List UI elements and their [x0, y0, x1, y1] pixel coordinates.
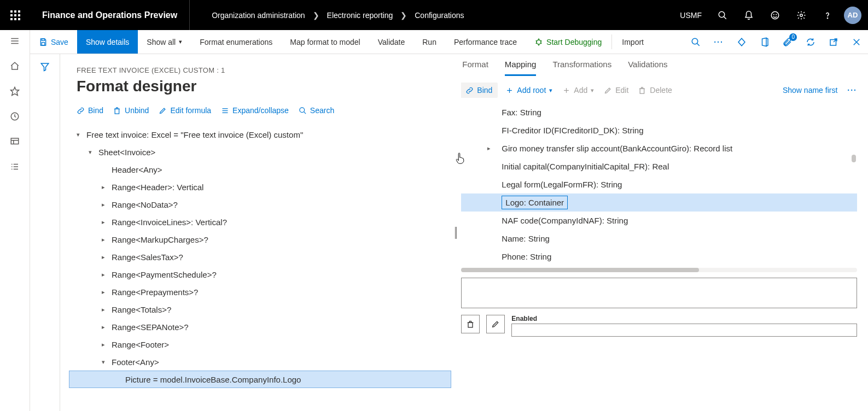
header-right: USMF AD: [672, 0, 868, 30]
chevron-right-icon: ❯: [400, 11, 407, 20]
svg-rect-0: [10, 10, 13, 13]
svg-point-12: [773, 14, 774, 15]
app-launcher-icon[interactable]: [0, 0, 30, 30]
svg-rect-7: [14, 18, 16, 20]
avatar[interactable]: AD: [844, 7, 861, 24]
top-header: Finance and Operations Preview Organizat…: [0, 0, 868, 30]
svg-rect-5: [18, 14, 20, 16]
breadcrumb-org-admin[interactable]: Organization administration: [212, 11, 305, 20]
company-label[interactable]: USMF: [672, 11, 709, 20]
svg-rect-3: [10, 14, 13, 16]
help-icon[interactable]: [814, 0, 841, 30]
bell-icon[interactable]: [736, 0, 762, 30]
svg-point-14: [800, 14, 803, 16]
search-icon[interactable]: [709, 0, 736, 30]
svg-point-15: [827, 17, 828, 18]
svg-point-9: [719, 11, 725, 17]
svg-rect-2: [18, 10, 20, 13]
svg-rect-6: [10, 18, 13, 20]
breadcrumb-er[interactable]: Electronic reporting: [327, 11, 393, 20]
app-title: Finance and Operations Preview: [30, 0, 190, 30]
smiley-icon[interactable]: [762, 0, 788, 30]
gear-icon[interactable]: [788, 0, 814, 30]
breadcrumb-configs[interactable]: Configurations: [415, 11, 464, 20]
svg-rect-8: [18, 18, 20, 20]
svg-point-13: [776, 14, 777, 15]
breadcrumbs: Organization administration ❯ Electronic…: [190, 11, 672, 20]
svg-point-11: [771, 11, 779, 19]
svg-line-10: [724, 16, 726, 19]
svg-rect-4: [14, 14, 16, 16]
svg-rect-1: [14, 10, 16, 13]
chevron-right-icon: ❯: [313, 11, 319, 20]
